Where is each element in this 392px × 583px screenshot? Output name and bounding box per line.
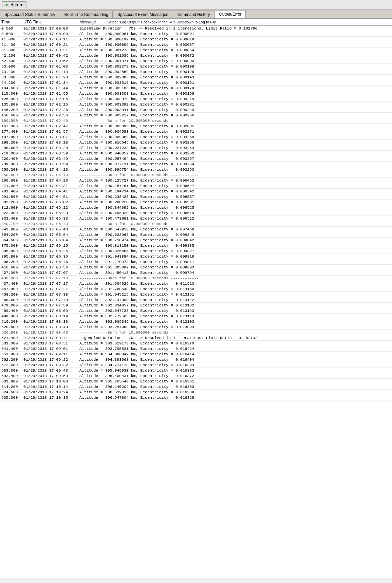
table-row: 458.20001/29/2018 17:07:38Altitude = 301… xyxy=(0,292,392,297)
table-row: 521.40001/29/2018 17:08:41EigenSlew Dura… xyxy=(0,335,392,341)
cell-message: Altitude = 302.547736 km, Eccentricity =… xyxy=(79,308,391,313)
table-row: 323.00001/29/2018 17:05:23Altitude = 300… xyxy=(0,210,392,216)
cell-time: 323.000 xyxy=(1,211,23,215)
col-header-time: Time xyxy=(1,20,23,24)
table-row: 520.90001/29/2018 17:08:40------------Bu… xyxy=(0,330,392,335)
cell-time: 219.000 xyxy=(1,151,23,155)
cell-time: 135.800 xyxy=(1,102,23,107)
cell-message: ------------Burn for 10.000000 seconds -… xyxy=(79,222,391,226)
cell-message: Altitude = 300.002806 km, Eccentricity =… xyxy=(79,75,391,79)
cell-message: Altitude = 300.003392 km, Eccentricity =… xyxy=(79,102,391,107)
cell-time: 312.600 xyxy=(1,205,23,210)
table-row: 510.20001/29/2018 17:08:30Altitude = 303… xyxy=(0,319,392,324)
table-row: 0.50001/29/2018 17:00:00EigenSlew Durati… xyxy=(0,26,392,31)
cell-message: Altitude = 302.134000 km, Eccentricity =… xyxy=(79,298,391,302)
table-row: 42.20001/29/2018 17:00:42Altitude = 300.… xyxy=(0,53,392,58)
tab-command-history[interactable]: Command History xyxy=(173,11,214,18)
cell-message: Altitude = 305.049930 km, Eccentricity =… xyxy=(79,368,391,373)
col-header-utc: UTC Time xyxy=(23,20,79,24)
table-row: 115.00001/29/2018 17:01:55Altitude = 300… xyxy=(0,91,392,96)
cell-message: Altitude = 305.400431 km, Eccentricity =… xyxy=(79,374,391,378)
run-dropdown-icon[interactable]: ▼ xyxy=(19,2,23,7)
table-row: 177.40001/29/2018 17:02:57Altitude = 300… xyxy=(0,129,392,134)
cell-utc: 01/29/2018 17:05:23 xyxy=(23,211,79,215)
cell-utc: 01/29/2018 17:02:15 xyxy=(23,102,79,107)
cell-utc: 01/29/2018 17:07:48 xyxy=(23,298,79,302)
cell-message: Altitude = 306.947804 km, Eccentricity =… xyxy=(79,395,391,400)
table-row: 302.20001/29/2018 17:05:02Altitude = 300… xyxy=(0,200,392,205)
cell-utc: 01/29/2018 17:02:57 xyxy=(23,129,79,134)
cell-utc: 01/29/2018 17:10:35 xyxy=(23,395,79,400)
table-row: 572.60001/29/2018 17:09:32Altitude = 304… xyxy=(0,362,392,368)
cell-utc: 01/29/2018 17:00:00 xyxy=(23,26,79,31)
tab-spacecraft-status[interactable]: Spacecraft Status Summary xyxy=(0,11,59,18)
table-row: 281.40001/29/2018 17:04:41Altitude = 300… xyxy=(0,189,392,194)
cell-time: 375.000 xyxy=(1,243,23,248)
table-row: 31.80001/29/2018 17:00:31Altitude = 300.… xyxy=(0,48,392,53)
table-row: 479.00001/29/2018 17:07:59Altitude = 302… xyxy=(0,303,392,308)
cell-message: Altitude = 301.305897 km, Eccentricity =… xyxy=(79,265,391,269)
cell-utc: 01/29/2018 17:07:07 xyxy=(23,270,79,275)
cell-message: Altitude = 300.157161 km, Eccentricity =… xyxy=(79,184,391,188)
cell-utc: 01/29/2018 17:03:49 xyxy=(23,156,79,161)
cell-time: 562.200 xyxy=(1,357,23,362)
cell-message: Altitude = 301.768548 km, Eccentricity =… xyxy=(79,287,391,291)
table-row: 395.80001/29/2018 17:06:35Altitude = 301… xyxy=(0,254,392,259)
cell-message: Altitude = 300.344092 km, Eccentricity =… xyxy=(79,205,391,210)
cell-time: 11.000 xyxy=(1,37,23,41)
cell-utc: 01/29/2018 17:08:30 xyxy=(23,319,79,324)
cell-time: 354.200 xyxy=(1,232,23,237)
cell-time: 198.200 xyxy=(1,140,23,145)
cell-message: Altitude = 300.003095 km, Eccentricity =… xyxy=(79,124,391,128)
cell-time: 239.800 xyxy=(1,162,23,166)
cell-utc: 01/29/2018 17:05:54 xyxy=(23,232,79,237)
cell-time: 624.600 xyxy=(1,390,23,394)
cell-time: 281.400 xyxy=(1,189,23,193)
cell-time: 146.200 xyxy=(1,108,23,112)
tab-realtime-commanding[interactable]: Real-Time Commanding xyxy=(60,11,113,18)
cell-utc: 01/29/2018 17:05:33 xyxy=(23,216,79,221)
run-button[interactable]: ► Run ▼ xyxy=(2,1,26,8)
cell-utc: 01/29/2018 17:03:28 xyxy=(23,146,79,150)
cell-message: Altitude = 300.003379 km, Eccentricity =… xyxy=(79,97,391,101)
cell-utc: 01/29/2018 17:06:25 xyxy=(23,249,79,253)
run-arrow-icon: ► xyxy=(5,2,9,7)
cell-utc: 01/29/2018 17:09:22 xyxy=(23,357,79,362)
cell-time: 73.400 xyxy=(1,70,23,74)
cell-time: 551.800 xyxy=(1,352,23,356)
table-row: 583.00001/29/2018 17:09:43Altitude = 305… xyxy=(0,368,392,373)
run-label: Run xyxy=(11,2,18,7)
cell-utc: 01/29/2018 17:00:21 xyxy=(23,42,79,47)
cell-message: Altitude = 305.765548 km, Eccentricity =… xyxy=(79,379,391,383)
cell-utc: 01/29/2018 17:09:53 xyxy=(23,374,79,378)
tab-output-error[interactable]: Output/Error xyxy=(214,10,246,18)
table-row: 135.80001/29/2018 17:02:15Altitude = 300… xyxy=(0,102,392,107)
cell-time: 160.500 xyxy=(1,118,23,123)
table-row: 125.40001/29/2018 17:02:05Altitude = 300… xyxy=(0,96,392,102)
cell-utc: 01/29/2018 17:00:52 xyxy=(23,59,79,63)
cell-time: 125.400 xyxy=(1,97,23,101)
cell-time: 104.600 xyxy=(1,86,23,90)
cell-message: Altitude = 300.002559 km, Eccentricity =… xyxy=(79,70,391,74)
cell-time: 291.800 xyxy=(1,194,23,199)
table-row: 603.80001/29/2018 17:10:03Altitude = 305… xyxy=(0,379,392,384)
table-row: 83.80001/29/2018 17:01:23Altitude = 300.… xyxy=(0,75,392,80)
cell-message: ------------Burn for 10.000000 seconds -… xyxy=(79,118,391,123)
cell-message: Altitude = 300.003186 km, Eccentricity =… xyxy=(79,86,391,90)
cell-message: Altitude = 300.406020 km, Eccentricity =… xyxy=(79,211,391,215)
table-row: 541.40001/29/2018 17:09:01Altitude = 303… xyxy=(0,346,392,352)
table-row: 94.20001/29/2018 17:01:34Altitude = 300.… xyxy=(0,80,392,86)
cell-message: Altitude = 300.001278 km, Eccentricity =… xyxy=(79,48,391,52)
col-header-info: Select "Log Output" Checkbox in the Run … xyxy=(107,20,216,24)
cell-utc: 01/29/2018 17:00:42 xyxy=(23,53,79,58)
table-row: 354.20001/29/2018 17:05:54Altitude = 300… xyxy=(0,232,392,238)
cell-message: Altitude = 300.001636 km, Eccentricity =… xyxy=(79,53,391,58)
cell-utc: 01/29/2018 17:05:43 xyxy=(23,227,79,231)
cell-time: 260.600 xyxy=(1,178,23,183)
cell-utc: 01/29/2018 17:04:10 xyxy=(23,173,79,177)
tab-spacecraft-events[interactable]: Spacecraft Event Messages xyxy=(113,11,172,18)
cell-utc: 01/29/2018 17:08:51 xyxy=(23,341,79,345)
table-row: 104.60001/29/2018 17:01:44Altitude = 300… xyxy=(0,86,392,91)
cell-utc: 01/29/2018 17:01:03 xyxy=(23,64,79,69)
cell-utc: 01/29/2018 17:07:10 xyxy=(23,276,79,280)
